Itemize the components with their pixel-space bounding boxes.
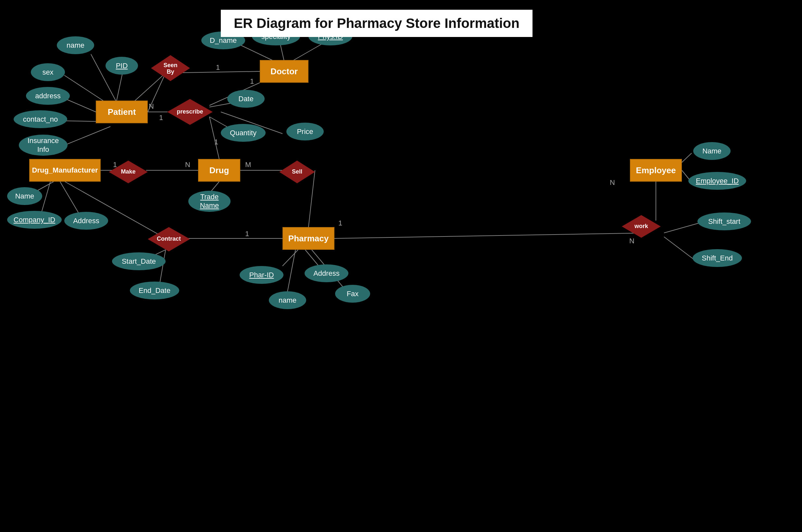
attr-dm-companyid: Company_ID bbox=[7, 211, 62, 229]
attr-pharmacy-name: name bbox=[269, 291, 306, 309]
svg-line-5 bbox=[61, 127, 110, 147]
svg-text:1: 1 bbox=[216, 63, 220, 71]
attr-pharmacy-pharid: Phar-ID bbox=[240, 266, 284, 284]
svg-line-30 bbox=[664, 223, 700, 233]
svg-text:1: 1 bbox=[245, 230, 249, 238]
svg-line-32 bbox=[282, 250, 298, 266]
svg-text:1: 1 bbox=[250, 77, 254, 85]
entity-employee: Employee bbox=[630, 159, 682, 182]
attr-dm-address: Address bbox=[64, 212, 108, 230]
attr-patient-contact: contact_no bbox=[14, 110, 67, 128]
relationship-work: work bbox=[620, 213, 662, 240]
svg-line-29 bbox=[334, 233, 649, 239]
attr-emp-id: Employee_ID bbox=[688, 172, 746, 190]
attr-patient-pid: PID bbox=[106, 57, 138, 75]
svg-text:Seen: Seen bbox=[163, 62, 177, 69]
entity-doctor: Doctor bbox=[260, 60, 308, 83]
entity-drug: Drug bbox=[198, 159, 240, 182]
attr-pharmacy-fax: Fax bbox=[335, 285, 370, 303]
attr-prescribe-quantity: Quantity bbox=[221, 124, 266, 142]
attr-patient-insurance: InsuranceInfo bbox=[19, 135, 68, 156]
svg-text:N: N bbox=[610, 178, 615, 187]
relationship-contract: Contract bbox=[146, 225, 192, 253]
relationship-seen-by: Seen By bbox=[149, 54, 192, 83]
entity-pharmacy: Pharmacy bbox=[282, 227, 334, 250]
attr-dm-name: Name bbox=[7, 187, 42, 205]
svg-line-31 bbox=[664, 237, 695, 260]
attr-prescribe-price: Price bbox=[286, 122, 324, 140]
svg-text:M: M bbox=[245, 160, 251, 169]
attr-prescribe-date: Date bbox=[227, 90, 265, 108]
attr-emp-name: Name bbox=[693, 142, 731, 160]
entity-drug-manufacturer: Drug_Manufacturer bbox=[29, 159, 101, 182]
svg-text:N: N bbox=[149, 102, 154, 110]
attr-drug-tradename: TradeName bbox=[188, 191, 231, 212]
svg-line-21 bbox=[211, 182, 219, 191]
relationship-sell: Sell bbox=[278, 159, 316, 185]
attr-work-shiftstart: Shift_start bbox=[697, 212, 751, 230]
attr-contract-enddate: End_Date bbox=[130, 282, 179, 299]
svg-text:1: 1 bbox=[338, 219, 342, 227]
relationship-make: Make bbox=[107, 159, 149, 185]
diagram-title: ER Diagram for Pharmacy Store Informatio… bbox=[221, 10, 532, 37]
attr-work-shiftend: Shift_End bbox=[693, 249, 742, 267]
svg-text:Make: Make bbox=[121, 168, 135, 175]
svg-text:prescribe: prescribe bbox=[177, 108, 203, 115]
entity-patient: Patient bbox=[96, 100, 148, 123]
svg-text:1: 1 bbox=[214, 138, 218, 146]
svg-text:N: N bbox=[185, 160, 190, 169]
attr-contract-startdate: Start_Date bbox=[112, 252, 166, 270]
attr-patient-sex: sex bbox=[31, 63, 65, 81]
attr-pharmacy-address: Address bbox=[305, 264, 348, 282]
svg-text:1: 1 bbox=[159, 114, 163, 122]
relationship-prescribe: prescribe bbox=[166, 97, 214, 127]
attr-patient-name: name bbox=[57, 36, 94, 54]
attr-patient-address: address bbox=[26, 87, 70, 105]
svg-text:By: By bbox=[167, 69, 174, 75]
svg-text:work: work bbox=[634, 223, 649, 229]
svg-text:Sell: Sell bbox=[292, 168, 302, 175]
svg-text:Contract: Contract bbox=[157, 235, 181, 242]
